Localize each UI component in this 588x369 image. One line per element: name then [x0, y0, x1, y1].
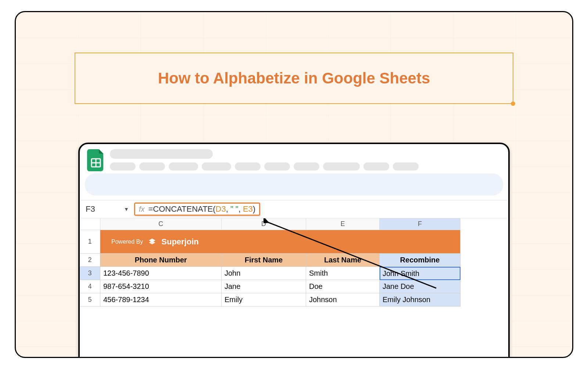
- table-header-cell[interactable]: First Name: [222, 254, 306, 267]
- menu-item[interactable]: [110, 162, 136, 171]
- cell[interactable]: 123-456-7890: [100, 267, 222, 280]
- tutorial-title: How to Alphabetize in Google Sheets: [158, 69, 430, 87]
- cell[interactable]: Emily Johnson: [380, 293, 460, 307]
- table-row: 4 987-654-3210 Jane Doe Jane Doe: [80, 280, 508, 293]
- toolbar-placeholder[interactable]: [85, 173, 503, 196]
- column-header[interactable]: F: [380, 218, 460, 230]
- table-row: 1 Powered By Superjoin: [80, 230, 508, 254]
- formula-string: " ": [230, 204, 239, 214]
- row-number[interactable]: 2: [80, 254, 100, 267]
- cell[interactable]: Smith: [306, 267, 380, 280]
- table-row: 2 Phone Number First Name Last Name Reco…: [80, 254, 508, 267]
- table-header-cell[interactable]: Phone Number: [100, 254, 222, 267]
- formula-suffix: ): [253, 204, 255, 214]
- formula-ref: E3: [243, 204, 253, 214]
- cell[interactable]: Johnson: [306, 293, 380, 307]
- menu-bar: [110, 162, 501, 171]
- cell[interactable]: Emily: [222, 293, 306, 307]
- powered-by-label: Powered By: [111, 239, 143, 245]
- superjoin-brand: Superjoin: [161, 237, 198, 247]
- row-number[interactable]: 4: [80, 280, 100, 293]
- app-header: [80, 144, 508, 173]
- formula-highlight-box: fx =CONCATENATE(D3, " ", E3): [134, 203, 260, 216]
- column-header[interactable]: D: [222, 218, 306, 230]
- menu-item[interactable]: [393, 162, 419, 171]
- menu-item[interactable]: [235, 162, 261, 171]
- superjoin-banner: Powered By Superjoin: [100, 230, 460, 254]
- menu-item[interactable]: [363, 162, 389, 171]
- fx-icon: fx: [139, 205, 145, 214]
- menu-item[interactable]: [264, 162, 290, 171]
- menu-item[interactable]: [294, 162, 319, 171]
- table-row: 5 456-789-1234 Emily Johnson Emily Johns…: [80, 293, 508, 307]
- name-box[interactable]: F3: [83, 204, 124, 214]
- sheet-body: 1 Powered By Superjoin 2 Phone Number Fi…: [80, 230, 508, 307]
- formula-ref: D3: [216, 204, 226, 214]
- selection-handle-icon: [511, 101, 515, 106]
- menu-item[interactable]: [323, 162, 360, 171]
- google-sheets-window: F3 ▼ fx =CONCATENATE(D3, " ", E3) C D: [78, 143, 510, 358]
- formula-bar[interactable]: F3 ▼ fx =CONCATENATE(D3, " ", E3): [80, 200, 508, 218]
- row-number[interactable]: 3: [80, 267, 100, 280]
- superjoin-logo-icon: [147, 237, 157, 247]
- tutorial-title-box: How to Alphabetize in Google Sheets: [75, 53, 513, 104]
- spreadsheet-grid[interactable]: C D E F 1 Powered By Superjoin: [80, 218, 508, 307]
- formula-text[interactable]: =CONCATENATE(D3, " ", E3): [148, 204, 255, 214]
- table-header-cell[interactable]: Last Name: [306, 254, 380, 267]
- menu-item[interactable]: [139, 162, 165, 171]
- column-header[interactable]: C: [100, 218, 222, 230]
- cell[interactable]: Jane Doe: [380, 280, 460, 293]
- doc-title-placeholder[interactable]: [110, 149, 213, 159]
- formula-sep: ,: [239, 204, 243, 214]
- row-number[interactable]: 5: [80, 293, 100, 307]
- row-number[interactable]: 1: [80, 230, 100, 254]
- formula-sep: ,: [226, 204, 230, 214]
- name-box-dropdown-icon[interactable]: ▼: [124, 206, 129, 212]
- column-headers: C D E F: [80, 218, 508, 230]
- table-header-cell[interactable]: Recombine: [380, 254, 460, 267]
- table-row: 3 123-456-7890 John Smith John Smith: [80, 267, 508, 280]
- formula-prefix: =CONCATENATE(: [148, 204, 215, 214]
- google-sheets-icon: [87, 149, 105, 171]
- cell[interactable]: John: [222, 267, 306, 280]
- select-all-corner[interactable]: [80, 218, 100, 230]
- column-header[interactable]: E: [306, 218, 380, 230]
- cell[interactable]: Doe: [306, 280, 380, 293]
- menu-item[interactable]: [202, 162, 231, 171]
- tutorial-card: How to Alphabetize in Google Sheets: [15, 11, 573, 358]
- toolbar-area: [80, 173, 508, 200]
- cell[interactable]: 456-789-1234: [100, 293, 222, 307]
- active-cell[interactable]: John Smith: [380, 267, 460, 280]
- cell[interactable]: Jane: [222, 280, 306, 293]
- menu-item[interactable]: [169, 162, 198, 171]
- cell[interactable]: 987-654-3210: [100, 280, 222, 293]
